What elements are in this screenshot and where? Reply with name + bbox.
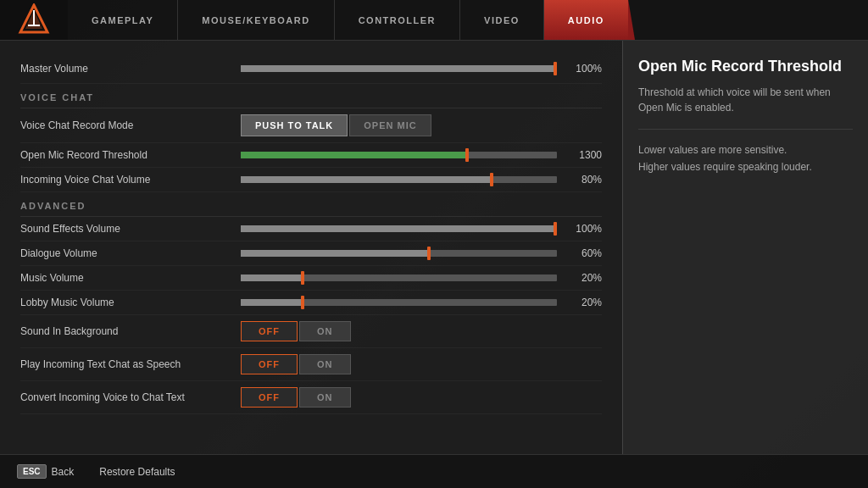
- lobby-music-volume-slider[interactable]: 20%: [241, 297, 602, 308]
- sound-effects-volume-slider[interactable]: 100%: [241, 223, 602, 235]
- info-panel-extra: Lower values are more sensitive. Higher …: [638, 141, 853, 176]
- info-panel-divider: [638, 129, 853, 130]
- music-volume-thumb: [301, 271, 304, 285]
- incoming-voice-volume-value: 80%: [564, 174, 602, 186]
- info-panel-extra-line1: Lower values are more sensitive.: [638, 141, 853, 158]
- advanced-section-header: ADVANCED: [20, 192, 602, 217]
- voice-chat-record-mode-row: Voice Chat Record Mode Push to Talk Open…: [20, 108, 602, 143]
- tab-mouse-keyboard[interactable]: Mouse/Keyboard: [178, 0, 334, 40]
- sound-effects-volume-track: [241, 225, 557, 232]
- dialogue-volume-thumb: [427, 247, 431, 260]
- lobby-music-volume-thumb: [301, 296, 304, 309]
- lobby-music-volume-control: 20%: [241, 297, 602, 308]
- master-volume-thumb: [554, 62, 557, 75]
- nav-bar: Gameplay Mouse/Keyboard Controller Video…: [0, 0, 868, 41]
- tab-controller[interactable]: Controller: [335, 0, 460, 40]
- music-volume-row: Music Volume 20%: [20, 266, 602, 291]
- dialogue-volume-label: Dialogue Volume: [20, 247, 241, 259]
- voice-chat-section-header: VOICE CHAT: [20, 84, 602, 108]
- voice-chat-mode-toggle: Push to Talk Open Mic: [241, 114, 431, 136]
- dialogue-volume-value: 60%: [564, 247, 602, 259]
- sound-in-background-label: Sound In Background: [20, 325, 241, 337]
- back-key-badge: ESC: [17, 464, 47, 479]
- music-volume-value: 20%: [564, 272, 602, 284]
- main-container: Gameplay Mouse/Keyboard Controller Video…: [0, 0, 868, 488]
- music-volume-slider[interactable]: 20%: [241, 272, 602, 284]
- convert-incoming-voice-control: Off On: [241, 387, 602, 408]
- voice-chat-record-mode-label: Voice Chat Record Mode: [20, 119, 241, 131]
- open-mic-threshold-control: 1300: [241, 149, 602, 161]
- play-incoming-text-label: Play Incoming Text Chat as Speech: [20, 358, 241, 370]
- incoming-voice-volume-slider[interactable]: 80%: [241, 174, 602, 186]
- play-incoming-text-row: Play Incoming Text Chat as Speech Off On: [20, 348, 602, 381]
- incoming-voice-volume-track: [241, 176, 557, 183]
- info-panel: Open Mic Record Threshold Threshold at w…: [622, 41, 868, 454]
- music-volume-track: [241, 274, 557, 281]
- master-volume-fill: [241, 65, 557, 72]
- lobby-music-volume-row: Lobby Music Volume 20%: [20, 291, 602, 315]
- sound-in-background-off-button[interactable]: Off: [241, 321, 298, 341]
- sound-effects-volume-label: Sound Effects Volume: [20, 223, 241, 235]
- open-mic-threshold-label: Open Mic Record Threshold: [20, 149, 241, 161]
- restore-defaults-button[interactable]: Restore Defaults: [99, 466, 175, 478]
- sound-effects-volume-fill: [241, 225, 557, 232]
- dialogue-volume-control: 60%: [241, 247, 602, 259]
- tab-video[interactable]: Video: [460, 0, 544, 40]
- master-volume-track: [241, 65, 557, 72]
- music-volume-label: Music Volume: [20, 272, 241, 284]
- voice-chat-record-mode-control: Push to Talk Open Mic: [241, 114, 602, 136]
- push-to-talk-button[interactable]: Push to Talk: [241, 114, 348, 136]
- sound-effects-volume-thumb: [554, 222, 557, 236]
- play-incoming-text-control: Off On: [241, 354, 602, 374]
- incoming-voice-volume-fill: [241, 176, 493, 183]
- restore-defaults-label: Restore Defaults: [99, 466, 175, 478]
- master-volume-label: Master Volume: [20, 63, 241, 75]
- nav-tabs: Gameplay Mouse/Keyboard Controller Video…: [68, 0, 868, 40]
- open-mic-threshold-row: Open Mic Record Threshold 1300: [20, 143, 602, 168]
- incoming-voice-volume-control: 80%: [241, 174, 602, 186]
- settings-panel: Master Volume 100% VOICE CHAT Voice Chat…: [0, 41, 622, 454]
- info-panel-extra-line2: Higher values require speaking louder.: [638, 158, 853, 175]
- sound-in-background-toggle: Off On: [241, 321, 351, 341]
- content-area: Master Volume 100% VOICE CHAT Voice Chat…: [0, 41, 868, 454]
- convert-incoming-voice-on-button[interactable]: On: [299, 387, 351, 408]
- tab-gameplay[interactable]: Gameplay: [68, 0, 178, 40]
- logo-area: [0, 0, 68, 40]
- incoming-voice-volume-row: Incoming Voice Chat Volume 80%: [20, 168, 602, 192]
- lobby-music-volume-track: [241, 299, 557, 306]
- back-button[interactable]: ESC Back: [17, 464, 74, 479]
- open-mic-threshold-track: [241, 152, 557, 158]
- convert-incoming-voice-label: Convert Incoming Voice to Chat Text: [20, 391, 241, 403]
- dialogue-volume-track: [241, 250, 557, 257]
- sound-effects-volume-row: Sound Effects Volume 100%: [20, 217, 602, 241]
- dialogue-volume-slider[interactable]: 60%: [241, 247, 602, 259]
- open-mic-threshold-slider[interactable]: 1300: [241, 149, 602, 161]
- lobby-music-volume-label: Lobby Music Volume: [20, 297, 241, 308]
- master-volume-value: 100%: [564, 63, 602, 75]
- play-incoming-text-on-button[interactable]: On: [299, 354, 351, 374]
- incoming-voice-volume-thumb: [490, 173, 493, 186]
- master-volume-slider[interactable]: 100%: [241, 63, 602, 75]
- music-volume-control: 20%: [241, 272, 602, 284]
- open-mic-threshold-value: 1300: [564, 149, 602, 161]
- lobby-music-volume-value: 20%: [564, 297, 602, 308]
- open-mic-button[interactable]: Open Mic: [349, 114, 431, 136]
- play-incoming-text-toggle: Off On: [241, 354, 351, 374]
- apex-logo-icon: [17, 3, 51, 37]
- sound-in-background-on-button[interactable]: On: [299, 321, 351, 341]
- convert-incoming-voice-row: Convert Incoming Voice to Chat Text Off …: [20, 381, 602, 414]
- convert-incoming-voice-off-button[interactable]: Off: [241, 387, 298, 408]
- bottom-bar: ESC Back Restore Defaults: [0, 454, 868, 488]
- sound-in-background-control: Off On: [241, 321, 602, 341]
- sound-effects-volume-value: 100%: [564, 223, 602, 235]
- sound-in-background-row: Sound In Background Off On: [20, 315, 602, 348]
- info-panel-description: Threshold at which voice will be sent wh…: [638, 85, 853, 115]
- incoming-voice-volume-label: Incoming Voice Chat Volume: [20, 174, 241, 186]
- open-mic-threshold-thumb: [465, 148, 469, 162]
- play-incoming-text-off-button[interactable]: Off: [241, 354, 298, 374]
- convert-incoming-voice-toggle: Off On: [241, 387, 351, 408]
- back-label: Back: [52, 466, 75, 478]
- info-panel-title: Open Mic Record Threshold: [638, 58, 853, 76]
- tab-audio[interactable]: Audio: [544, 0, 628, 40]
- dialogue-volume-row: Dialogue Volume 60%: [20, 241, 602, 266]
